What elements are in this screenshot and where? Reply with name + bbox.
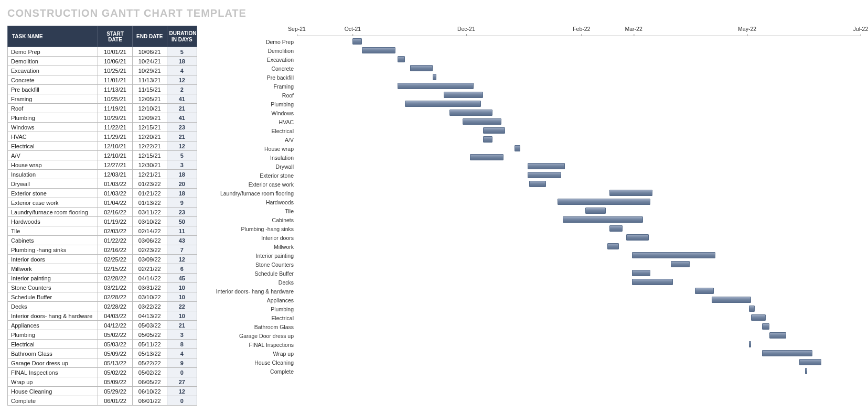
cell-task-name[interactable]: Plumbing xyxy=(8,330,98,340)
gantt-bar[interactable] xyxy=(362,47,395,53)
gantt-bar[interactable] xyxy=(398,83,474,89)
cell-end[interactable]: 02/21/22 xyxy=(132,264,167,274)
cell-end[interactable]: 12/22/21 xyxy=(132,141,167,151)
cell-end[interactable]: 03/09/22 xyxy=(132,255,167,264)
cell-end[interactable]: 12/05/21 xyxy=(132,94,167,104)
cell-end[interactable]: 11/13/21 xyxy=(132,75,167,85)
gantt-bar[interactable] xyxy=(563,216,643,223)
gantt-bar[interactable] xyxy=(463,118,502,125)
gantt-bar[interactable] xyxy=(632,270,650,276)
cell-start[interactable]: 02/16/22 xyxy=(98,208,133,217)
cell-end[interactable]: 12/20/21 xyxy=(132,132,167,141)
cell-task-name[interactable]: Wrap up xyxy=(8,377,98,387)
cell-start[interactable]: 05/29/22 xyxy=(98,387,133,396)
gantt-bar[interactable] xyxy=(762,350,812,356)
gantt-bar[interactable] xyxy=(607,243,618,249)
cell-task-name[interactable]: House wrap xyxy=(8,160,98,170)
cell-task-name[interactable]: FINAL Inspections xyxy=(8,368,98,377)
cell-task-name[interactable]: Laundry/furnace room flooring xyxy=(8,208,98,217)
cell-end[interactable]: 01/23/22 xyxy=(132,179,167,189)
cell-end[interactable]: 05/03/22 xyxy=(132,321,167,330)
cell-end[interactable]: 05/22/22 xyxy=(132,358,167,368)
cell-start[interactable]: 02/28/22 xyxy=(98,292,133,302)
gantt-bar[interactable] xyxy=(762,323,769,330)
cell-end[interactable]: 12/21/21 xyxy=(132,170,167,179)
cell-task-name[interactable]: Decks xyxy=(8,302,98,311)
cell-end[interactable]: 01/13/22 xyxy=(132,198,167,208)
gantt-bar[interactable] xyxy=(352,38,362,45)
cell-task-name[interactable]: Millwork xyxy=(8,264,98,274)
cell-task-name[interactable]: Framing xyxy=(8,94,98,104)
gantt-bar[interactable] xyxy=(749,306,755,312)
cell-task-name[interactable]: Concrete xyxy=(8,75,98,85)
gantt-bar[interactable] xyxy=(483,136,492,143)
cell-task-name[interactable]: Interior doors- hang & hardware xyxy=(8,311,98,321)
cell-end[interactable]: 05/11/22 xyxy=(132,340,167,349)
cell-end[interactable]: 12/10/21 xyxy=(132,104,167,113)
cell-task-name[interactable]: Plumbing xyxy=(8,113,98,123)
cell-end[interactable]: 02/23/22 xyxy=(132,245,167,255)
gantt-bar[interactable] xyxy=(470,154,503,160)
cell-start[interactable]: 10/25/21 xyxy=(98,66,133,75)
gantt-bar[interactable] xyxy=(528,163,565,169)
gantt-bar[interactable] xyxy=(528,172,561,178)
cell-end[interactable]: 05/13/22 xyxy=(132,349,167,358)
cell-start[interactable]: 06/01/22 xyxy=(98,396,133,406)
cell-end[interactable]: 03/22/22 xyxy=(132,302,167,311)
cell-task-name[interactable]: Demo Prep xyxy=(8,47,98,57)
cell-end[interactable]: 12/09/21 xyxy=(132,113,167,123)
cell-start[interactable]: 01/19/22 xyxy=(98,217,133,226)
cell-start[interactable]: 01/03/22 xyxy=(98,179,133,189)
cell-task-name[interactable]: Exterior case work xyxy=(8,198,98,208)
gantt-bar[interactable] xyxy=(558,199,650,205)
cell-end[interactable]: 03/10/22 xyxy=(132,217,167,226)
cell-end[interactable]: 04/14/22 xyxy=(132,274,167,283)
cell-end[interactable]: 10/29/21 xyxy=(132,66,167,75)
gantt-bar[interactable] xyxy=(449,110,492,116)
cell-end[interactable]: 05/02/22 xyxy=(132,368,167,377)
cell-task-name[interactable]: HVAC xyxy=(8,132,98,141)
cell-end[interactable]: 12/15/21 xyxy=(132,151,167,160)
cell-end[interactable]: 01/21/22 xyxy=(132,189,167,198)
cell-start[interactable]: 05/13/22 xyxy=(98,358,133,368)
cell-start[interactable]: 12/27/21 xyxy=(98,160,133,170)
gantt-bar[interactable] xyxy=(695,288,713,294)
cell-task-name[interactable]: Appliances xyxy=(8,321,98,330)
cell-start[interactable]: 01/03/22 xyxy=(98,189,133,198)
cell-end[interactable]: 03/06/22 xyxy=(132,236,167,245)
cell-start[interactable]: 05/09/22 xyxy=(98,377,133,387)
gantt-bar[interactable] xyxy=(410,65,433,71)
cell-task-name[interactable]: Roof xyxy=(8,104,98,113)
cell-end[interactable]: 04/13/22 xyxy=(132,311,167,321)
gantt-bar[interactable] xyxy=(671,261,689,267)
cell-start[interactable]: 05/02/22 xyxy=(98,368,133,377)
cell-task-name[interactable]: Cabinets xyxy=(8,236,98,245)
cell-task-name[interactable]: Stone Counters xyxy=(8,283,98,292)
cell-start[interactable]: 11/01/21 xyxy=(98,75,133,85)
cell-end[interactable]: 05/05/22 xyxy=(132,330,167,340)
cell-start[interactable]: 10/01/21 xyxy=(98,47,133,57)
gantt-bar[interactable] xyxy=(585,208,606,214)
cell-task-name[interactable]: Electrical xyxy=(8,340,98,349)
cell-start[interactable]: 11/13/21 xyxy=(98,85,133,94)
cell-start[interactable]: 05/02/22 xyxy=(98,330,133,340)
cell-end[interactable]: 03/31/22 xyxy=(132,283,167,292)
cell-task-name[interactable]: Demolition xyxy=(8,57,98,66)
cell-task-name[interactable]: Hardwoods xyxy=(8,217,98,226)
gantt-bar[interactable] xyxy=(751,314,766,321)
cell-task-name[interactable]: Insulation xyxy=(8,170,98,179)
gantt-bar[interactable] xyxy=(405,101,481,107)
cell-task-name[interactable]: Tile xyxy=(8,226,98,236)
cell-task-name[interactable]: Drywall xyxy=(8,179,98,189)
gantt-bar[interactable] xyxy=(483,127,506,134)
cell-end[interactable]: 06/05/22 xyxy=(132,377,167,387)
cell-start[interactable]: 02/28/22 xyxy=(98,302,133,311)
cell-task-name[interactable]: Interior painting xyxy=(8,274,98,283)
gantt-bar[interactable] xyxy=(609,225,623,232)
cell-task-name[interactable]: Bathroom Glass xyxy=(8,349,98,358)
cell-task-name[interactable]: Windows xyxy=(8,123,98,132)
cell-start[interactable]: 12/10/21 xyxy=(98,141,133,151)
cell-end[interactable]: 11/15/21 xyxy=(132,85,167,94)
cell-end[interactable]: 03/11/22 xyxy=(132,208,167,217)
cell-task-name[interactable]: Interior doors xyxy=(8,255,98,264)
